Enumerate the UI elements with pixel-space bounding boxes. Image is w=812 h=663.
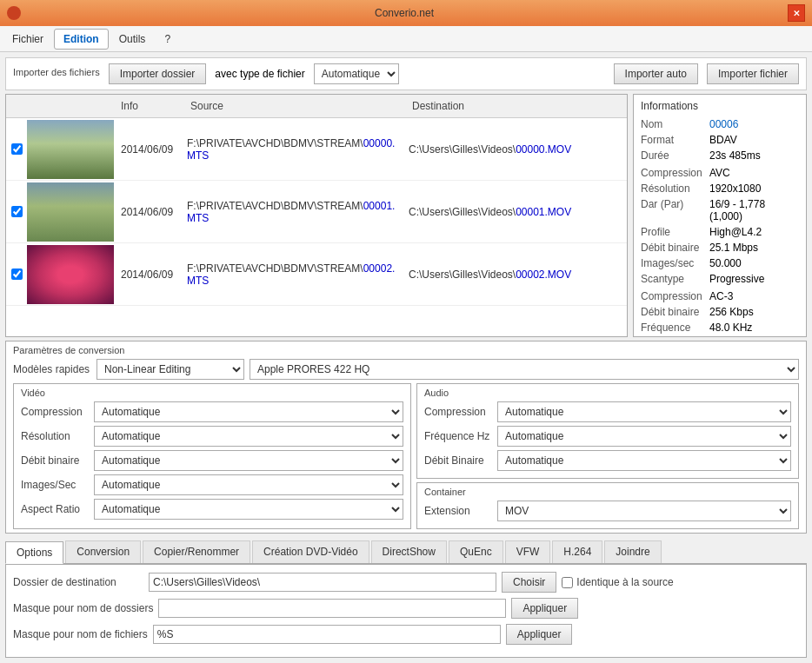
file-list-body[interactable]: 2014/06/09 F:\PRIVATE\AVCHD\BDMV\STREAM\… <box>6 118 627 336</box>
info-row-scan: Scantype Progressive <box>641 273 799 285</box>
file-type-label: avec type de fichier <box>215 68 304 80</box>
video-aspect-select[interactable]: Automatique <box>94 499 403 520</box>
folder-mask-row: Masque pour nom de dossiers Appliquer <box>13 598 799 619</box>
info-row-fps: Images/sec 50.000 <box>641 257 799 269</box>
file-type-select[interactable]: Automatique <box>314 63 399 84</box>
import-folder-button[interactable]: Importer dossier <box>109 63 207 84</box>
row-checkbox-1[interactable] <box>6 143 27 155</box>
tab-h264[interactable]: H.264 <box>552 540 602 563</box>
audio-section: Audio Compression Automatique Fréquence … <box>416 383 799 479</box>
folder-mask-input[interactable] <box>158 599 506 618</box>
info-row-format: Format BDAV <box>641 134 799 146</box>
container-title: Container <box>424 487 791 497</box>
video-fps-row: Images/Sec Automatique <box>21 474 403 495</box>
info-row-compression-v: Compression AVC <box>641 167 799 179</box>
import-file-button[interactable]: Importer fichier <box>707 63 799 84</box>
menubar: Fichier Edition Outils ? <box>0 26 812 52</box>
file-list: Info Source Destination 2014/06/09 F:\PR… <box>5 94 628 337</box>
table-row: 2014/06/09 F:\PRIVATE\AVCHD\BDMV\STREAM\… <box>6 181 627 243</box>
audio-bitrate-row: Débit Binaire Automatique <box>424 450 791 471</box>
titlebar: Converio.net ✕ <box>0 0 812 26</box>
row-date-1: 2014/06/09 <box>114 143 183 156</box>
row-date-2: 2014/06/09 <box>114 206 183 218</box>
identical-source-label: Identique à la source <box>562 576 673 588</box>
modeles-select[interactable]: Non-Linear Editing <box>97 359 244 380</box>
tab-options[interactable]: Options <box>5 541 63 564</box>
menu-outils[interactable]: Outils <box>110 30 155 49</box>
info-row-dar: Dar (Par) 16/9 - 1,778 (1,000) <box>641 198 799 222</box>
modeles-row: Modèles rapides Non-Linear Editing Apple… <box>13 359 799 380</box>
destination-label: Dossier de destination <box>13 576 143 588</box>
audio-freq-select[interactable]: Automatique <box>497 426 791 447</box>
destination-input[interactable] <box>149 573 496 592</box>
video-section: Vidéo Compression Automatique Résolution… <box>13 383 411 529</box>
modeles-label: Modèles rapides <box>13 363 91 375</box>
identical-source-checkbox[interactable] <box>562 577 573 588</box>
file-mask-label: Masque pour nom de fichiers <box>13 628 148 640</box>
audio-compression-select[interactable]: Automatique <box>497 401 791 422</box>
row-checkbox-2[interactable] <box>6 206 27 217</box>
row-source-2: F:\PRIVATE\AVCHD\BDMV\STREAM\00001.MTS <box>183 200 405 224</box>
preset-select[interactable]: Apple PRORES 422 HQ <box>250 359 799 380</box>
tab-directshow[interactable]: DirectShow <box>371 540 447 563</box>
col-source: Source <box>183 98 405 114</box>
row-checkbox-3[interactable] <box>6 269 27 280</box>
table-row: 2014/06/09 F:\PRIVATE\AVCHD\BDMV\STREAM\… <box>6 243 627 306</box>
tabs-bar: Options Conversion Copier/Renommer Créat… <box>5 540 807 564</box>
main-content: Importer des fichiers Importer dossier a… <box>0 52 812 663</box>
import-label: Importer des fichiers <box>13 67 100 77</box>
import-section: Importer des fichiers Importer dossier a… <box>5 57 807 90</box>
col-info: Info <box>114 98 183 114</box>
row-source-3: F:\PRIVATE\AVCHD\BDMV\STREAM\00002.MTS <box>183 262 405 287</box>
options-panel: Dossier de destination Choisir Identique… <box>5 564 807 658</box>
video-bitrate-row: Débit binaire Automatique <box>21 450 403 471</box>
row-dest-1: C:\Users\Gilles\Videos\00000.MOV <box>405 143 627 156</box>
choisir-button[interactable]: Choisir <box>502 572 556 593</box>
audio-title: Audio <box>424 388 791 398</box>
middle-area: Info Source Destination 2014/06/09 F:\PR… <box>5 94 807 337</box>
tab-copier[interactable]: Copier/Renommer <box>143 540 250 563</box>
video-fps-select[interactable]: Automatique <box>94 474 403 495</box>
va-grid: Vidéo Compression Automatique Résolution… <box>13 383 799 529</box>
import-auto-button[interactable]: Importer auto <box>614 63 698 84</box>
video-resolution-select[interactable]: Automatique <box>94 426 403 447</box>
app-logo <box>7 6 21 20</box>
apply-file-button[interactable]: Appliquer <box>506 624 573 645</box>
tab-conversion[interactable]: Conversion <box>65 540 141 563</box>
menu-help[interactable]: ? <box>156 30 179 49</box>
table-row: 2014/06/09 F:\PRIVATE\AVCHD\BDMV\STREAM\… <box>6 118 627 181</box>
conversion-section: Paramètres de conversion Modèles rapides… <box>5 341 807 534</box>
col-destination: Destination <box>405 98 627 114</box>
file-mask-row: Masque pour nom de fichiers Appliquer <box>13 624 799 645</box>
video-aspect-row: Aspect Ratio Automatique <box>21 499 403 520</box>
tabs-container: Options Conversion Copier/Renommer Créat… <box>5 537 807 658</box>
apply-folder-button[interactable]: Appliquer <box>511 598 578 619</box>
audio-bitrate-select[interactable]: Automatique <box>497 450 791 471</box>
extension-label: Extension <box>424 505 494 517</box>
extension-row: Extension MOV <box>424 501 791 521</box>
video-title: Vidéo <box>21 388 403 398</box>
info-panel: Informations Nom 00006 Format BDAV Durée… <box>633 94 807 337</box>
menu-edition[interactable]: Edition <box>54 29 109 50</box>
thumbnail-1 <box>27 120 114 179</box>
tab-quenc[interactable]: QuEnc <box>449 540 503 563</box>
info-row-duree: Durée 23s 485ms <box>641 149 799 162</box>
row-dest-3: C:\Users\Gilles\Videos\00002.MOV <box>405 269 627 281</box>
info-row-profile: Profile High@L4.2 <box>641 226 799 238</box>
file-mask-input[interactable] <box>153 625 501 644</box>
video-bitrate-select[interactable]: Automatique <box>94 450 403 471</box>
tab-joindre[interactable]: Joindre <box>604 540 661 563</box>
tab-vfw[interactable]: VFW <box>505 540 551 563</box>
destination-row: Dossier de destination Choisir Identique… <box>13 572 799 593</box>
video-compression-row: Compression Automatique <box>21 401 403 422</box>
row-dest-2: C:\Users\Gilles\Videos\00001.MOV <box>405 206 627 218</box>
info-title: Informations <box>641 100 799 112</box>
info-row-compression-a: Compression AC-3 <box>641 290 799 302</box>
close-button[interactable]: ✕ <box>788 4 805 22</box>
extension-select[interactable]: MOV <box>497 501 791 521</box>
menu-fichier[interactable]: Fichier <box>3 30 52 49</box>
tab-dvd[interactable]: Création DVD-Vidéo <box>252 540 369 563</box>
video-compression-select[interactable]: Automatique <box>94 401 403 422</box>
info-row-freq: Fréquence 48.0 KHz <box>641 322 799 334</box>
container-section: Container Extension MOV <box>416 482 799 529</box>
